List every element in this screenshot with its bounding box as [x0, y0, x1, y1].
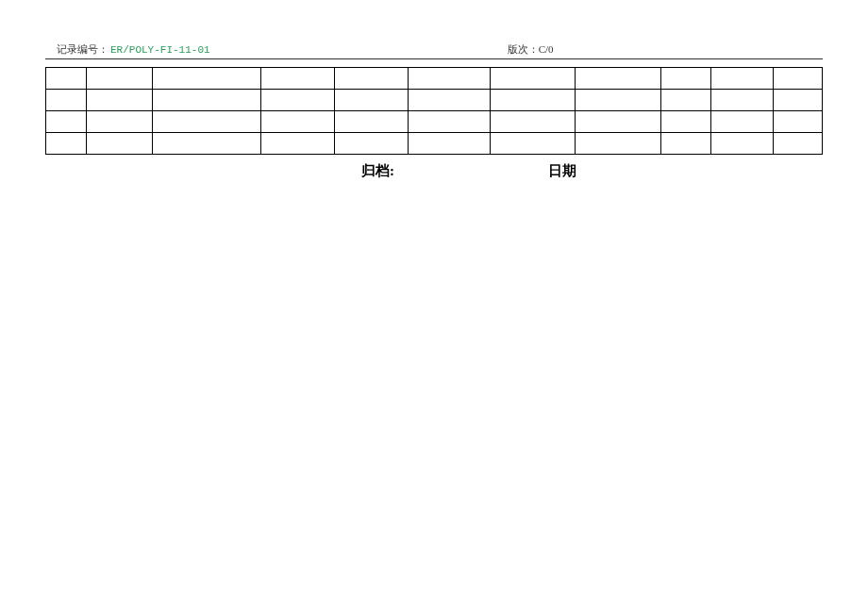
document-footer: 归档: 日期 — [45, 162, 823, 180]
table-cell — [660, 111, 710, 133]
table-cell — [711, 90, 774, 111]
table-cell — [774, 90, 823, 111]
table-cell — [490, 133, 576, 155]
table-cell — [86, 90, 152, 111]
table-cell — [576, 90, 661, 111]
form-table — [45, 67, 823, 155]
table-row — [46, 133, 823, 155]
table-cell — [660, 133, 710, 155]
table-row — [46, 68, 823, 90]
table-row — [46, 111, 823, 133]
table-cell — [490, 68, 576, 90]
table-cell — [490, 111, 576, 133]
record-number-value: ER/POLY-FI-11-01 — [110, 44, 210, 56]
archive-label: 归档: — [361, 162, 394, 180]
table-cell — [46, 90, 87, 111]
table-cell — [576, 133, 661, 155]
table-cell — [409, 133, 490, 155]
table-cell — [86, 133, 152, 155]
table-cell — [152, 68, 260, 90]
table-cell — [260, 68, 334, 90]
table-cell — [46, 133, 87, 155]
record-number-label: 记录编号： — [57, 42, 108, 57]
table-cell — [660, 68, 710, 90]
table-cell — [335, 90, 409, 111]
table-cell — [152, 90, 260, 111]
table-cell — [260, 111, 334, 133]
table-cell — [409, 90, 490, 111]
document-header: 记录编号： ER/POLY-FI-11-01 版次：C/0 — [45, 42, 823, 59]
table-cell — [152, 133, 260, 155]
table-cell — [711, 111, 774, 133]
table-cell — [335, 133, 409, 155]
table-cell — [660, 90, 710, 111]
table-cell — [409, 68, 490, 90]
table-cell — [711, 68, 774, 90]
table-cell — [86, 111, 152, 133]
table-cell — [711, 133, 774, 155]
table-cell — [152, 111, 260, 133]
version-block: 版次：C/0 — [508, 42, 554, 57]
table-cell — [576, 111, 661, 133]
table-cell — [46, 68, 87, 90]
table-cell — [260, 133, 334, 155]
table-cell — [260, 90, 334, 111]
version-value: C/0 — [539, 43, 554, 55]
table-cell — [774, 68, 823, 90]
table-cell — [490, 90, 576, 111]
version-label: 版次： — [508, 43, 539, 55]
table-cell — [774, 111, 823, 133]
table-cell — [335, 68, 409, 90]
table-row — [46, 90, 823, 111]
table-cell — [774, 133, 823, 155]
table-cell — [46, 111, 87, 133]
record-number-block: 记录编号： ER/POLY-FI-11-01 — [57, 42, 210, 57]
date-label: 日期 — [548, 162, 576, 180]
table-cell — [576, 68, 661, 90]
table-cell — [86, 68, 152, 90]
table-cell — [335, 111, 409, 133]
table-cell — [409, 111, 490, 133]
